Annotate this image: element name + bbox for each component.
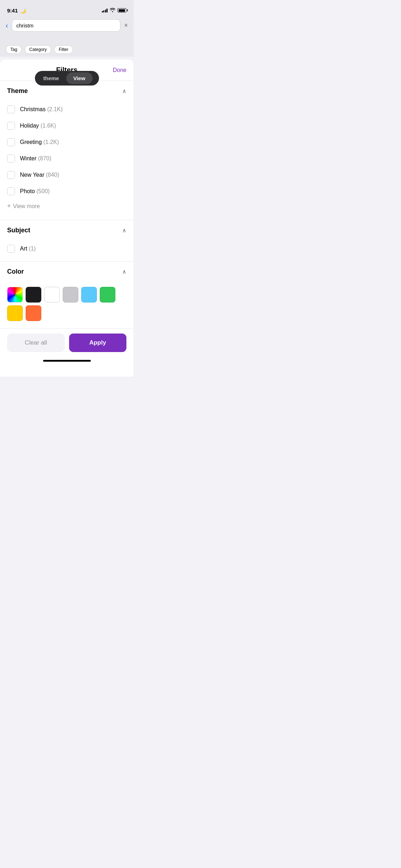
tooltip-area: theme View Tag Category Filter xyxy=(0,35,134,57)
rainbow-swatch[interactable]: + xyxy=(7,287,23,303)
wifi-icon xyxy=(110,8,115,13)
status-bar: 9:41 🌙 xyxy=(0,0,134,16)
winter-label: Winter (870) xyxy=(20,155,51,162)
white-swatch[interactable] xyxy=(44,287,60,303)
newyear-label: New Year (840) xyxy=(20,172,59,178)
theme-holiday-item[interactable]: Holiday (1.6K) xyxy=(7,118,126,134)
home-bar xyxy=(43,360,91,362)
plus-icon: + xyxy=(7,202,11,210)
moon-icon: 🌙 xyxy=(20,8,26,14)
subject-art-item[interactable]: Art (1) xyxy=(7,241,126,257)
done-button[interactable]: Done xyxy=(113,67,126,73)
pill-tab[interactable]: Tag xyxy=(6,45,22,54)
theme-greeting-item[interactable]: Greeting (1.2K) xyxy=(7,134,126,150)
theme-chevron-icon: ∧ xyxy=(122,88,126,94)
search-bar[interactable]: christm xyxy=(12,19,121,32)
christmas-label: Christmas (2.1K) xyxy=(20,106,63,113)
holiday-label: Holiday (1.6K) xyxy=(20,123,56,129)
art-checkbox[interactable] xyxy=(7,245,15,253)
winter-checkbox[interactable] xyxy=(7,155,15,162)
newyear-checkbox[interactable] xyxy=(7,171,15,179)
filter-pills: Tag Category Filter xyxy=(0,45,134,54)
theme-newyear-item[interactable]: New Year (840) xyxy=(7,167,126,183)
art-label: Art (1) xyxy=(20,246,36,252)
bottom-buttons: Clear all Apply xyxy=(0,328,134,357)
theme-photo-item[interactable]: Photo (500) xyxy=(7,183,126,200)
theme-items: Christmas (2.1K) Holiday (1.6K) Greeting… xyxy=(7,101,126,220)
status-icons xyxy=(102,8,127,13)
green-swatch[interactable] xyxy=(100,287,115,303)
view-more-label: View more xyxy=(13,203,40,210)
view-more-button[interactable]: + View more xyxy=(7,200,126,216)
christmas-checkbox[interactable] xyxy=(7,105,15,113)
search-area: ‹ christm × xyxy=(0,16,134,35)
subject-items: Art (1) xyxy=(7,241,126,261)
black-swatch[interactable] xyxy=(26,287,41,303)
subject-section-header[interactable]: Subject ∧ xyxy=(7,220,126,241)
tooltip-starred-tab[interactable]: theme xyxy=(36,72,66,84)
search-text: christm xyxy=(16,22,33,29)
orange-swatch[interactable] xyxy=(26,305,41,321)
gray-swatch[interactable] xyxy=(63,287,78,303)
apply-button[interactable]: Apply xyxy=(69,334,127,352)
theme-section: Theme ∧ Christmas (2.1K) Holiday (1.6K) … xyxy=(0,81,134,220)
tooltip-view-tab[interactable]: View xyxy=(66,72,93,84)
subject-chevron-icon: ∧ xyxy=(122,227,126,234)
back-button[interactable]: ‹ xyxy=(6,21,8,30)
photo-label: Photo (500) xyxy=(20,188,50,195)
tooltip-popover: theme View xyxy=(35,71,99,86)
color-swatches: + xyxy=(7,282,126,328)
yellow-swatch[interactable] xyxy=(7,305,23,321)
holiday-checkbox[interactable] xyxy=(7,122,15,130)
color-section: Color ∧ + xyxy=(0,262,134,328)
signal-icon xyxy=(102,9,108,12)
clear-all-button[interactable]: Clear all xyxy=(7,334,65,352)
cyan-swatch[interactable] xyxy=(81,287,97,303)
color-section-header[interactable]: Color ∧ xyxy=(7,262,126,282)
photo-checkbox[interactable] xyxy=(7,187,15,195)
subject-title: Subject xyxy=(7,227,30,234)
filter-sheet: Filters Done Theme ∧ Christmas (2.1K) Ho… xyxy=(0,60,134,377)
pill-tab[interactable]: Category xyxy=(25,45,51,54)
color-title: Color xyxy=(7,268,24,275)
theme-title: Theme xyxy=(7,87,28,95)
subject-section: Subject ∧ Art (1) xyxy=(0,220,134,262)
home-indicator xyxy=(0,357,134,365)
status-time: 9:41 🌙 xyxy=(7,7,26,14)
theme-christmas-item[interactable]: Christmas (2.1K) xyxy=(7,101,126,118)
greeting-checkbox[interactable] xyxy=(7,138,15,146)
theme-winter-item[interactable]: Winter (870) xyxy=(7,150,126,167)
greeting-label: Greeting (1.2K) xyxy=(20,139,59,145)
pill-tab[interactable]: Filter xyxy=(54,45,73,54)
battery-icon xyxy=(118,8,126,12)
color-chevron-icon: ∧ xyxy=(122,268,126,275)
close-search-button[interactable]: × xyxy=(124,22,128,29)
